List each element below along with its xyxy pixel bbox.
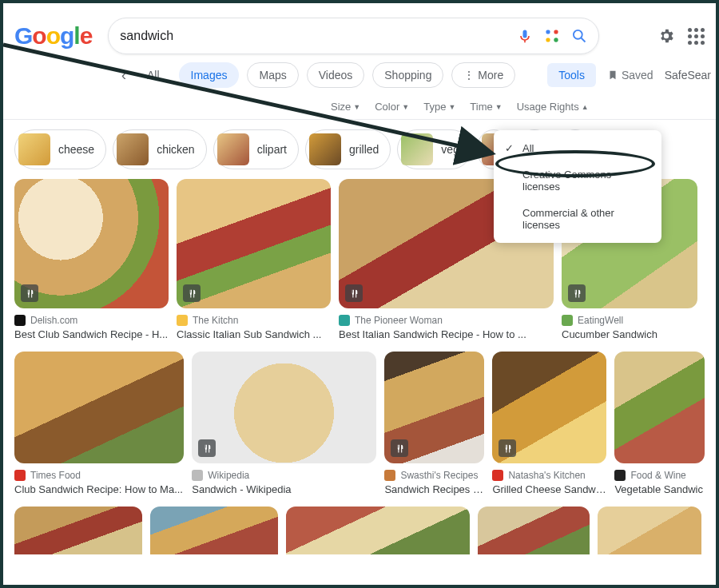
bookmark-icon [607, 70, 618, 81]
tab-maps[interactable]: Maps [247, 62, 298, 88]
recipe-badge-icon [391, 439, 408, 457]
results-row-3 [3, 495, 716, 554]
svg-rect-0 [546, 30, 550, 34]
svg-rect-1 [554, 30, 558, 34]
result-title: Grilled Cheese Sandwi... [492, 483, 606, 495]
chip-cheese[interactable]: cheese [14, 129, 106, 169]
result-card[interactable]: The Kitchn Classic Italian Sub Sandwich … [177, 179, 331, 340]
favicon [492, 470, 503, 481]
result-card[interactable]: Natasha's Kitchen Grilled Cheese Sandwi.… [492, 352, 606, 495]
chip-chicken[interactable]: chicken [113, 129, 206, 169]
svg-line-5 [582, 38, 586, 42]
tab-shopping[interactable]: Shopping [372, 62, 443, 88]
result-card[interactable] [286, 507, 470, 554]
result-card[interactable]: Food & Wine Vegetable Sandwic [614, 352, 705, 495]
image-filters: Size ▼ Color ▼ Type ▼ Time ▼ Usage Right… [3, 96, 716, 120]
usage-commercial[interactable]: Commercial & other licenses [494, 200, 661, 238]
result-card[interactable] [598, 507, 701, 554]
search-input[interactable] [120, 29, 517, 43]
usage-rights-dropdown: All Creative Commons licenses Commercial… [494, 130, 661, 243]
recipe-badge-icon [568, 284, 586, 302]
recipe-badge-icon [183, 284, 201, 302]
recipe-badge-icon [198, 439, 216, 457]
saved-link[interactable]: Saved [607, 69, 653, 81]
result-source: The Kitchn [193, 315, 238, 326]
tab-all[interactable]: All [136, 63, 171, 87]
chip-clipart[interactable]: clipart [213, 129, 299, 169]
search-tabs: ‹ All Images Maps Videos Shopping ⋮ More… [3, 62, 716, 96]
chip-grilled[interactable]: grilled [305, 129, 391, 169]
gear-icon[interactable] [657, 27, 675, 45]
result-title: Club Sandwich Recipe: How to Ma... [14, 483, 184, 495]
results-row-2: Times Food Club Sandwich Recipe: How to … [3, 340, 716, 495]
result-source: Food & Wine [630, 470, 685, 481]
usage-creative-commons[interactable]: Creative Commons licenses [494, 161, 661, 200]
result-source: Delish.com [30, 315, 77, 326]
lens-icon[interactable] [544, 28, 560, 44]
favicon [339, 315, 350, 326]
result-card[interactable] [14, 507, 142, 554]
search-bar[interactable] [108, 18, 599, 54]
result-source: Wikipedia [208, 470, 249, 481]
favicon [177, 315, 188, 326]
result-title: Cucumber Sandwich [562, 328, 697, 340]
result-card[interactable]: Delish.com Best Club Sandwich Recipe - H… [14, 179, 169, 340]
result-title: Sandwich Recipes - ... [384, 483, 484, 495]
result-card[interactable]: Times Food Club Sandwich Recipe: How to … [14, 352, 184, 495]
filter-size[interactable]: Size ▼ [331, 101, 360, 113]
favicon [384, 470, 395, 481]
tab-images[interactable]: Images [179, 62, 240, 88]
result-title: Classic Italian Sub Sandwich ... [177, 328, 331, 340]
result-card[interactable]: Wikipedia Sandwich - Wikipedia [192, 352, 376, 495]
filter-usage-rights[interactable]: Usage Rights ▲ [517, 101, 589, 113]
mic-icon[interactable] [517, 28, 533, 44]
favicon [562, 315, 573, 326]
tools-button[interactable]: Tools [547, 63, 596, 87]
result-source: The Pioneer Woman [355, 315, 443, 326]
favicon [14, 315, 26, 326]
tab-more[interactable]: ⋮ More [451, 62, 515, 88]
tab-videos[interactable]: Videos [307, 62, 365, 88]
favicon [14, 470, 26, 481]
result-source: EatingWell [578, 315, 623, 326]
chevron-left-icon[interactable]: ‹ [121, 67, 126, 84]
result-source: Natasha's Kitchen [508, 470, 585, 481]
apps-icon[interactable] [688, 28, 705, 45]
chip-veg[interactable]: veg [397, 129, 471, 169]
result-title: Best Club Sandwich Recipe - H... [14, 328, 169, 340]
svg-rect-2 [546, 38, 550, 42]
favicon [614, 470, 626, 481]
filter-color[interactable]: Color ▼ [375, 101, 409, 113]
recipe-badge-icon [345, 284, 363, 302]
result-title: Best Italian Sandwich Recipe - How to ..… [339, 328, 554, 340]
filter-time[interactable]: Time ▼ [470, 101, 502, 113]
recipe-badge-icon [21, 284, 38, 302]
google-logo[interactable]: Google [14, 22, 92, 50]
recipe-badge-icon [499, 439, 516, 457]
result-title: Sandwich - Wikipedia [192, 483, 376, 495]
result-source: Times Food [30, 470, 81, 481]
usage-all[interactable]: All [494, 135, 661, 161]
result-card[interactable]: Swasthi's Recipes Sandwich Recipes - ... [384, 352, 484, 495]
filter-type[interactable]: Type ▼ [423, 101, 455, 113]
search-icon[interactable] [571, 28, 587, 44]
svg-point-4 [574, 30, 582, 39]
result-card[interactable] [478, 507, 590, 554]
safesearch-link[interactable]: SafeSear [665, 69, 711, 81]
result-title: Vegetable Sandwic [614, 483, 705, 495]
header: Google [3, 3, 716, 62]
result-source: Swasthi's Recipes [400, 470, 478, 481]
result-card[interactable] [150, 507, 278, 554]
svg-point-3 [554, 38, 558, 42]
favicon [192, 470, 203, 481]
